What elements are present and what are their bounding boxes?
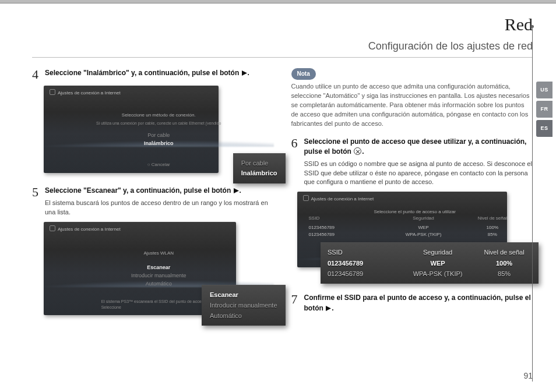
svg-marker-0 — [242, 70, 247, 76]
tab-us[interactable]: US — [536, 82, 553, 98]
callout-option-selected: Inalámbrico — [241, 168, 277, 179]
screen-cancel: ○ Cancelar — [147, 161, 170, 168]
two-columns: 4 Seleccione "Inalámbrico" y, a continua… — [32, 68, 533, 329]
language-tabs: US FR ES — [536, 82, 553, 137]
text: . — [362, 147, 364, 156]
screen-line: Ajustes WLAN — [143, 250, 174, 257]
col-security: Seguridad — [410, 248, 465, 258]
step-7: 7 Confirme el SSID para el punto de acce… — [291, 293, 533, 316]
screen-menu: Escanear Introducir manualmente Automáti… — [131, 263, 186, 288]
screen-line: Si utiliza una conexión por cable, conec… — [96, 121, 221, 126]
text: . — [332, 304, 333, 312]
ap-table: SSIDSeguridadNivel de señal 0123456789WE… — [309, 215, 522, 238]
page-number: 91 — [523, 370, 533, 382]
top-band — [0, 0, 556, 3]
note-text: Cuando utilice un punto de acceso que ad… — [291, 82, 533, 129]
step-5: 5 Seleccione "Escanear" y, a continuació… — [32, 186, 274, 217]
cell: 0123456789 — [328, 259, 399, 269]
text: Seleccione "Escanear" y, a continuación,… — [45, 186, 233, 195]
svg-marker-1 — [234, 188, 239, 193]
svg-marker-2 — [326, 306, 331, 311]
callout-option-selected: Escanear — [210, 290, 277, 301]
cell: WEP — [410, 259, 465, 269]
step-number: 7 — [291, 293, 300, 316]
right-triangle-icon — [326, 304, 331, 314]
col-signal: Nivel de señal — [477, 248, 532, 258]
cell: WPA-PSK (TKIP) — [410, 269, 465, 280]
step-6-title: Seleccione el punto de acceso que desee … — [304, 137, 533, 157]
callout-4: Por cable Inalámbrico — [233, 153, 286, 183]
section-title: Red — [32, 12, 533, 37]
rule-top — [32, 57, 533, 58]
callout-6: SSID Seguridad Nivel de señal 0123456789… — [321, 242, 539, 284]
tab-fr[interactable]: FR — [536, 101, 553, 118]
step-5-body: El sistema buscará los puntos de acceso … — [45, 199, 274, 217]
step-number: 5 — [32, 186, 40, 217]
menu-option: Automático — [131, 280, 186, 288]
screen-header: Ajustes de conexión a Internet — [50, 225, 121, 233]
callout-5: Escanear Introducir manualmente Automáti… — [202, 285, 286, 326]
page-subtitle: Configuración de los ajustes de red — [32, 38, 533, 54]
table-header: SSID Seguridad Nivel de señal — [328, 248, 532, 258]
screen-foot: El sistema PS3™ escaneará el SSID del pu… — [101, 299, 216, 310]
screenshot-6: Ajustes de conexión a Internet Seleccion… — [297, 192, 533, 267]
note-badge: Nota — [291, 68, 316, 80]
callout-option: Introducir manualmente — [210, 301, 277, 311]
menu-option: Introducir manualmente — [131, 271, 186, 280]
text: Seleccione "Inalámbrico" y, a continuaci… — [45, 69, 241, 77]
menu-option-selected: Inalámbrico — [144, 139, 174, 147]
step-6: 6 Seleccione el punto de acceso que dese… — [291, 137, 533, 188]
screen-header: Ajustes de conexión a Internet — [50, 89, 121, 97]
cell: 0123456789 — [328, 269, 399, 280]
screen-line: Seleccione el punto de acceso a utilizar — [374, 209, 456, 216]
text: . — [240, 186, 241, 195]
step-number: 4 — [32, 68, 40, 81]
menu-option: Por cable — [144, 131, 174, 139]
step-7-title: Confirme el SSID para el punto de acceso… — [304, 293, 533, 314]
table-row: 0123456789 WPA-PSK (TKIP) 85% — [328, 269, 532, 280]
text: Seleccione el punto de acceso que desee … — [304, 137, 527, 156]
screenshot-5: Ajustes de conexión a Internet Ajustes W… — [44, 222, 274, 315]
tab-es[interactable]: ES — [536, 120, 553, 137]
right-triangle-icon — [234, 186, 239, 196]
text: . — [248, 69, 249, 77]
step-6-body: SSID es un código o nombre que se asigna… — [304, 160, 533, 188]
col-ssid: SSID — [328, 248, 399, 258]
cross-button-icon — [354, 147, 361, 155]
callout-option: Automático — [210, 311, 277, 322]
menu-option-selected: Escanear — [131, 263, 186, 271]
step-4: 4 Seleccione "Inalámbrico" y, a continua… — [32, 68, 274, 81]
right-column: Nota Cuando utilice un punto de acceso q… — [291, 68, 533, 329]
screen-menu: Por cable Inalámbrico — [144, 131, 174, 148]
page-footer: 91 — [523, 370, 533, 382]
step-4-title: Seleccione "Inalámbrico" y, a continuaci… — [45, 68, 274, 79]
left-column: 4 Seleccione "Inalámbrico" y, a continua… — [32, 68, 274, 329]
screen-line: Seleccione un método de conexión. — [122, 112, 196, 119]
table-row: 0123456789 WEP 100% — [328, 259, 532, 269]
cell: 85% — [477, 269, 532, 280]
content-area: Red Configuración de los ajustes de red … — [32, 12, 533, 380]
step-5-title: Seleccione "Escanear" y, a continuación,… — [45, 186, 274, 196]
right-triangle-icon — [242, 69, 247, 79]
text: Confirme el SSID para el punto de acceso… — [304, 294, 531, 312]
console-screen: Ajustes de conexión a Internet Seleccion… — [44, 86, 219, 173]
cell: 100% — [477, 259, 532, 269]
screenshot-4: Ajustes de conexión a Internet Seleccion… — [44, 86, 274, 173]
step-number: 6 — [291, 137, 300, 188]
manual-page: Red Configuración de los ajustes de red … — [0, 0, 556, 392]
callout-option: Por cable — [241, 158, 277, 169]
margin-rule — [532, 26, 533, 382]
screen-header: Ajustes de conexión a Internet — [303, 195, 374, 203]
